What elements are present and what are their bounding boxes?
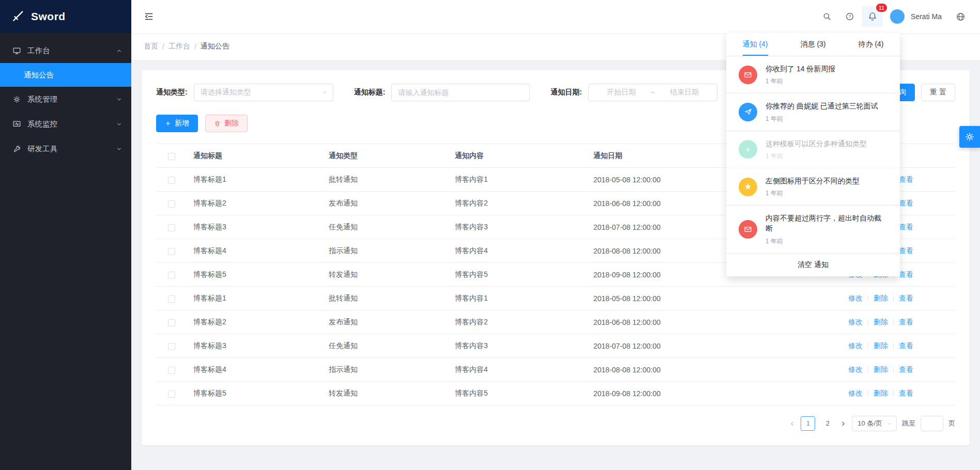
reset-button[interactable]: 重 置 <box>921 84 955 101</box>
clear-notifications-button[interactable]: 清空 通知 <box>726 254 900 276</box>
table-row: 博客标题3 任免通知 博客内容3 2018-07-08 12:00:00 修改删… <box>156 334 955 358</box>
view-link[interactable]: 查看 <box>899 365 913 373</box>
chevron-down-icon <box>116 121 122 127</box>
divider <box>893 295 894 302</box>
notification-time: 1 年前 <box>765 237 887 246</box>
cell-title: 博客标题1 <box>187 168 323 192</box>
monitor-icon <box>12 120 21 129</box>
avatar[interactable] <box>890 9 905 24</box>
cell-title: 博客标题4 <box>187 358 323 382</box>
bell-icon <box>867 11 878 22</box>
row-checkbox[interactable] <box>168 319 175 326</box>
cell-type: 发布通知 <box>323 192 449 215</box>
notice-date-range[interactable]: 开始日期 ~ 结束日期 <box>588 84 717 101</box>
notice-title-input[interactable] <box>391 84 530 101</box>
globe-icon[interactable] <box>950 6 971 27</box>
page-number-1[interactable]: 1 <box>801 416 815 431</box>
row-checkbox[interactable] <box>168 177 175 184</box>
edit-link[interactable]: 修改 <box>848 294 863 302</box>
cell-type: 任免通知 <box>323 215 449 239</box>
page-size-select[interactable]: 10 条/页 <box>852 416 897 431</box>
view-link[interactable]: 查看 <box>899 341 913 350</box>
jump-page-input[interactable] <box>921 416 943 431</box>
chevron-down-icon <box>116 146 122 152</box>
cell-content: 博客内容2 <box>449 310 587 334</box>
row-checkbox[interactable] <box>168 224 175 231</box>
view-link[interactable]: 查看 <box>899 199 913 207</box>
cell-type: 指示通知 <box>323 358 449 382</box>
add-button[interactable]: 新增 <box>156 115 198 132</box>
filter-type-group: 通知类型: 请选择通知类型 <box>156 84 333 101</box>
delete-link[interactable]: 删除 <box>874 389 888 397</box>
sidebar-item-workbench[interactable]: 工作台 <box>0 38 131 63</box>
username[interactable]: Serati Ma <box>911 12 942 21</box>
view-link[interactable]: 查看 <box>899 318 913 326</box>
row-checkbox[interactable] <box>168 248 175 255</box>
notification-item-read[interactable]: + 这种模板可以区分多种通知类型 1 年前 <box>726 131 900 168</box>
notification-item[interactable]: ★ 左侧图标用于区分不同的类型 1 年前 <box>726 168 900 206</box>
edit-link[interactable]: 修改 <box>848 365 863 373</box>
sidebar-item-system-monitor[interactable]: 系统监控 <box>0 112 131 136</box>
filter-date-group: 通知日期: 开始日期 ~ 结束日期 <box>550 84 717 101</box>
notification-item[interactable]: 内容不要超过两行字，超出时自动截断 1 年前 <box>726 206 900 254</box>
start-date-placeholder: 开始日期 <box>594 88 649 97</box>
next-page-button[interactable] <box>840 420 847 427</box>
breadcrumb-item-workbench[interactable]: 工作台 <box>169 42 190 51</box>
view-link[interactable]: 查看 <box>899 246 913 255</box>
edit-link[interactable]: 修改 <box>848 389 863 397</box>
notification-title: 这种模板可以区分多种通知类型 <box>765 138 867 149</box>
row-checkbox[interactable] <box>168 390 175 398</box>
delete-link[interactable]: 删除 <box>874 294 888 302</box>
delete-link[interactable]: 删除 <box>874 341 888 350</box>
cell-title: 博客标题4 <box>187 239 323 263</box>
tab-todos[interactable]: 待办 (4) <box>842 33 900 56</box>
view-link[interactable]: 查看 <box>899 175 913 183</box>
notification-bell-button[interactable]: 11 <box>862 6 883 27</box>
view-link[interactable]: 查看 <box>899 270 913 278</box>
delete-button[interactable]: 删除 <box>205 115 248 132</box>
cell-date: 2018-09-08 12:00:00 <box>587 382 806 405</box>
search-icon[interactable] <box>817 6 837 27</box>
breadcrumb-item-home[interactable]: 首页 <box>144 42 158 51</box>
settings-fab-button[interactable] <box>959 126 980 148</box>
divider <box>868 390 868 397</box>
chevron-down-icon <box>886 421 892 427</box>
sidebar-item-system-management[interactable]: 系统管理 <box>0 87 131 112</box>
row-checkbox[interactable] <box>168 272 175 279</box>
tab-messages[interactable]: 消息 (3) <box>784 33 842 56</box>
question-circle-icon[interactable]: ? <box>839 6 860 27</box>
edit-link[interactable]: 修改 <box>848 341 863 350</box>
svg-text:?: ? <box>849 14 851 19</box>
row-checkbox[interactable] <box>168 295 175 303</box>
logo[interactable]: Sword <box>0 0 131 33</box>
pagination: 1 2 10 条/页 跳至 页 <box>156 416 955 431</box>
tab-notifications[interactable]: 通知 (4) <box>726 33 784 56</box>
page-number-2[interactable]: 2 <box>820 416 835 431</box>
menu-fold-icon[interactable] <box>144 11 154 22</box>
row-checkbox[interactable] <box>168 367 175 374</box>
prev-page-button[interactable] <box>789 420 795 427</box>
select-all-checkbox[interactable] <box>168 153 175 160</box>
edit-link[interactable]: 修改 <box>848 318 863 326</box>
view-link[interactable]: 查看 <box>899 294 913 302</box>
cell-type: 转发通知 <box>323 263 449 287</box>
notification-item[interactable]: 你推荐的 曲妮妮 已通过第三轮面试 1 年前 <box>726 93 900 131</box>
sidebar-item-notice[interactable]: 通知公告 <box>0 63 131 87</box>
notification-item[interactable]: 你收到了 14 份新周报 1 年前 <box>726 56 900 93</box>
cell-type: 指示通知 <box>323 239 449 263</box>
notification-time: 1 年前 <box>765 189 860 198</box>
delete-link[interactable]: 删除 <box>874 365 888 373</box>
sidebar-item-dev-tools[interactable]: 研发工具 <box>0 136 131 161</box>
topbar-actions: ? 11 Serati Ma <box>817 6 971 27</box>
add-button-label: 新增 <box>175 119 189 128</box>
app-title: Sword <box>31 10 66 23</box>
breadcrumb-separator: / <box>162 42 164 51</box>
row-checkbox[interactable] <box>168 200 175 208</box>
notice-type-select[interactable]: 请选择通知类型 <box>194 84 333 101</box>
view-link[interactable]: 查看 <box>899 389 913 397</box>
delete-link[interactable]: 删除 <box>874 318 888 326</box>
notification-badge: 11 <box>876 3 887 12</box>
row-checkbox[interactable] <box>168 343 175 350</box>
view-link[interactable]: 查看 <box>899 223 913 231</box>
delete-button-label: 删除 <box>224 119 239 128</box>
